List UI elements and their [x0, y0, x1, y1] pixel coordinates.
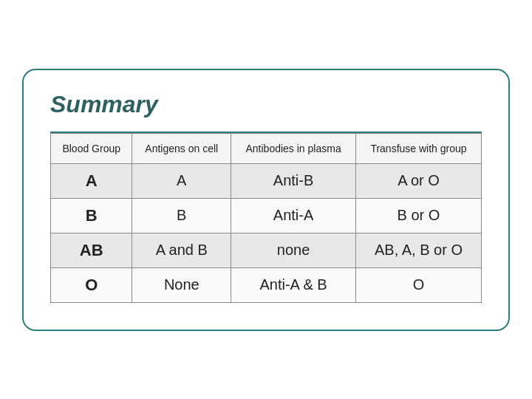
- header-antibodies: Antibodies in plasma: [231, 133, 356, 163]
- cell-antigens: A: [132, 163, 231, 198]
- table-row: BBAnti-AB or O: [51, 198, 482, 233]
- cell-transfuse: B or O: [355, 198, 481, 233]
- cell-antibodies: Anti-B: [231, 163, 356, 198]
- cell-blood-group: AB: [51, 233, 132, 267]
- table-row: ABA and BnoneAB, A, B or O: [51, 233, 482, 267]
- cell-antigens: None: [132, 267, 231, 302]
- cell-antibodies: Anti-A: [231, 198, 356, 233]
- table-row: ONoneAnti-A & BO: [51, 267, 482, 302]
- cell-transfuse: A or O: [355, 163, 481, 198]
- page-title: Summary: [50, 91, 482, 118]
- summary-card: Summary Blood Group Antigens on cell Ant…: [22, 69, 510, 331]
- table-header-row: Blood Group Antigens on cell Antibodies …: [51, 133, 482, 163]
- cell-transfuse: O: [355, 267, 481, 302]
- cell-antigens: A and B: [132, 233, 231, 267]
- blood-group-table: Blood Group Antigens on cell Antibodies …: [50, 133, 482, 303]
- cell-blood-group: B: [51, 198, 132, 233]
- cell-transfuse: AB, A, B or O: [355, 233, 481, 267]
- cell-blood-group: A: [51, 163, 132, 198]
- header-blood-group: Blood Group: [51, 133, 132, 163]
- header-transfuse: Transfuse with group: [355, 133, 481, 163]
- cell-antibodies: none: [231, 233, 356, 267]
- cell-antibodies: Anti-A & B: [231, 267, 356, 302]
- cell-blood-group: O: [51, 267, 132, 302]
- header-antigens: Antigens on cell: [132, 133, 231, 163]
- cell-antigens: B: [132, 198, 231, 233]
- table-row: AAAnti-BA or O: [51, 163, 482, 198]
